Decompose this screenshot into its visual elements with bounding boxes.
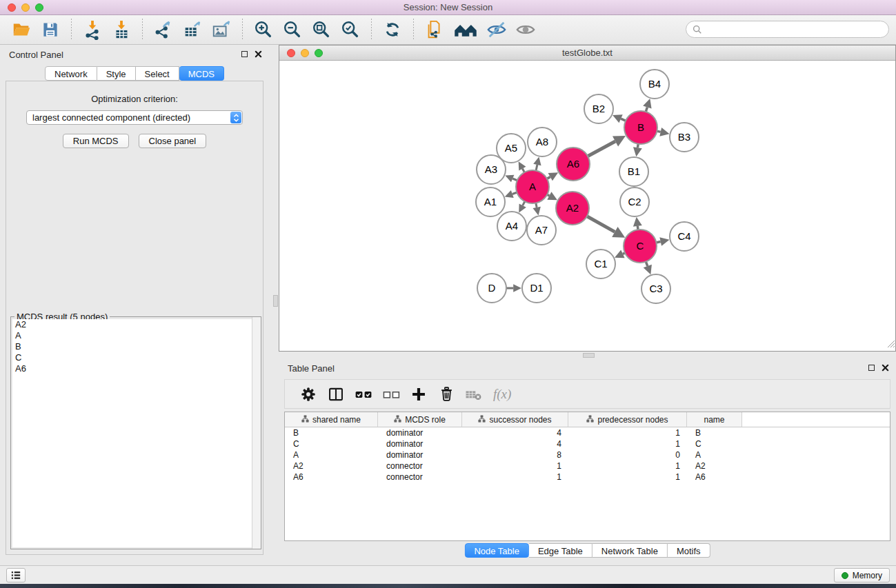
cell-MCDS-role[interactable]: dominator [378,450,462,460]
cell-shared-name[interactable]: A6 [285,472,378,482]
optimization-criterion-select[interactable]: largest connected component (directed) [26,110,243,125]
float-panel-icon[interactable] [241,51,248,57]
tab-style[interactable]: Style [97,66,136,81]
tab-network-table[interactable]: Network Table [593,543,668,558]
cell-shared-name[interactable]: B [285,428,378,438]
table-row[interactable]: Adominator80A [285,449,890,460]
cell-successor-nodes[interactable]: 1 [462,461,568,471]
cell-MCDS-role[interactable]: connector [378,472,462,482]
cell-MCDS-role[interactable]: dominator [378,428,462,438]
cell-name[interactable]: A2 [687,461,742,471]
home-icon[interactable] [452,19,479,41]
tab-network[interactable]: Network [45,66,97,81]
table-row[interactable]: Bdominator41B [285,427,890,438]
close-window-button[interactable] [8,3,16,12]
column-label: name [704,415,724,425]
cell-predecessor-nodes[interactable]: 1 [568,461,687,471]
cell-predecessor-nodes[interactable]: 0 [568,450,687,460]
column-header-shared-name[interactable]: shared name [285,412,378,427]
close-network-button[interactable] [287,49,295,57]
column-type-icon [586,415,594,425]
column-header-predecessor-nodes[interactable]: predecessor nodes [568,412,687,427]
export-network-icon[interactable] [152,19,175,41]
table-row[interactable]: A6connector11A6 [285,472,890,483]
cell-successor-nodes[interactable]: 4 [462,428,568,438]
cell-successor-nodes[interactable]: 1 [462,472,568,482]
tab-edge-table[interactable]: Edge Table [529,543,593,558]
hide-selected-eye-icon[interactable] [486,19,508,41]
select-all-columns-icon[interactable] [352,383,375,405]
cell-predecessor-nodes[interactable]: 1 [568,428,687,438]
tab-mcds[interactable]: MCDS [179,66,224,81]
table-settings-gear-icon[interactable] [297,383,320,405]
close-table-panel-icon[interactable] [882,364,889,372]
search-input[interactable] [706,24,882,34]
cell-name[interactable]: A6 [687,472,742,482]
zoom-fit-icon[interactable] [310,19,332,41]
import-network-icon[interactable] [81,19,103,41]
cell-name[interactable]: C [687,439,742,449]
select-stepper-icon [230,112,241,123]
cell-predecessor-nodes[interactable]: 1 [568,472,687,482]
save-icon[interactable] [39,19,61,41]
export-image-icon[interactable] [210,19,232,41]
delete-column-trash-icon[interactable] [435,383,458,405]
list-item[interactable]: C [12,352,259,363]
close-panel-icon[interactable] [255,50,262,58]
minimize-window-button[interactable] [21,3,30,12]
toolbar-separator [242,19,243,41]
splitter-handle-horizontal[interactable] [583,353,595,358]
refresh-icon[interactable] [381,19,404,41]
cell-MCDS-role[interactable]: connector [378,461,462,471]
tab-select[interactable]: Select [136,66,179,81]
float-table-panel-icon[interactable] [868,365,875,371]
cell-shared-name[interactable]: A [285,450,378,460]
search-field[interactable] [686,21,889,38]
memory-button[interactable]: Memory [834,568,890,582]
tab-node-table[interactable]: Node Table [464,543,529,558]
zoom-in-icon[interactable] [252,19,275,41]
minimize-network-button[interactable] [301,49,309,57]
cell-name[interactable]: B [687,428,742,438]
list-item[interactable]: A2 [12,319,259,330]
network-window-titlebar[interactable]: testGlobe.txt [279,45,895,61]
list-item[interactable]: A [12,330,259,341]
function-builder-icon: f(x) [493,387,511,402]
zoom-network-button[interactable] [315,49,323,57]
column-header-successor-nodes[interactable]: successor nodes [462,412,568,427]
splitter-handle-vertical[interactable] [273,295,278,307]
deselect-all-columns-icon[interactable] [379,383,403,405]
close-panel-button[interactable]: Close panel [139,134,207,148]
cell-successor-nodes[interactable]: 4 [462,439,568,449]
cell-successor-nodes[interactable]: 8 [462,450,568,460]
show-all-eye-icon[interactable] [515,19,537,41]
window-resize-grip[interactable] [886,338,895,350]
zoom-window-button[interactable] [35,3,43,12]
export-table-icon[interactable] [181,19,203,41]
mcds-result-box: MCDS result (5 nodes) A2ABCA6 [10,316,261,549]
cell-predecessor-nodes[interactable]: 1 [568,439,687,449]
column-header-name[interactable]: name [687,412,742,427]
cell-name[interactable]: A [687,450,742,460]
zoom-selected-icon[interactable] [339,19,361,41]
list-item[interactable]: A6 [12,363,259,374]
table-row[interactable]: A2connector11A2 [285,460,890,472]
new-network-from-file-icon[interactable] [424,19,446,41]
table-row[interactable]: Cdominator41C [285,438,890,449]
open-folder-icon[interactable] [10,19,32,41]
column-visibility-icon[interactable] [324,383,348,405]
tab-motifs[interactable]: Motifs [668,543,710,558]
zoom-out-icon[interactable] [281,19,303,41]
add-column-icon[interactable] [407,383,430,405]
list-item[interactable]: B [12,341,259,352]
run-mcds-button[interactable]: Run MCDS [63,134,129,148]
cell-shared-name[interactable]: A2 [285,461,378,471]
result-scrollbar[interactable] [252,317,261,549]
task-history-button[interactable] [6,568,26,582]
network-canvas[interactable]: AA1A2A3A4A5A6A7A8BB1B2B3B4CC1C2C3C4DD1 [279,61,895,351]
cell-shared-name[interactable]: C [285,439,378,449]
network-window-title: testGlobe.txt [279,48,895,58]
column-header-MCDS-role[interactable]: MCDS role [378,412,462,427]
cell-MCDS-role[interactable]: dominator [378,439,462,449]
import-table-icon[interactable] [110,19,132,41]
